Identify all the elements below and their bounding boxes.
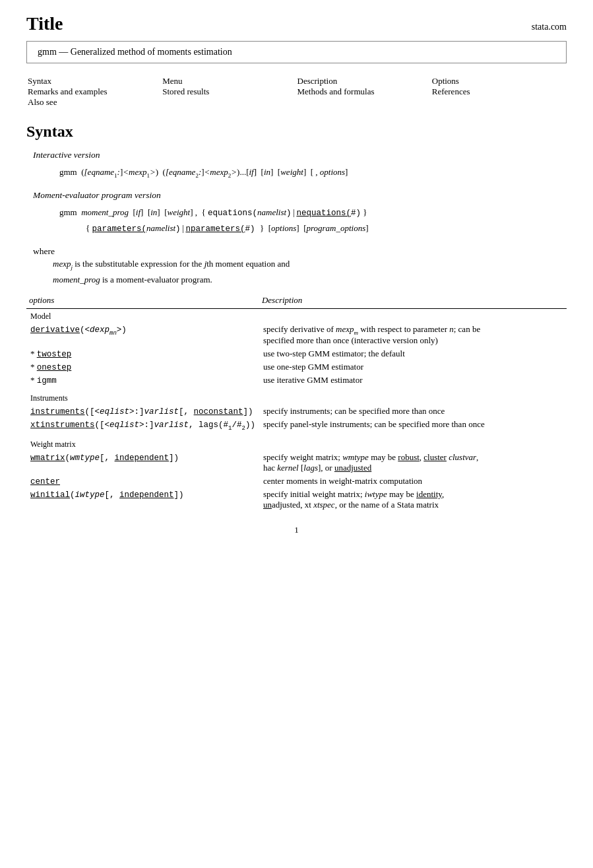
cat-model-label: Model [26, 308, 567, 323]
option-twostep-opt: * twostep [26, 347, 259, 360]
nav-remarks[interactable]: Remarks and examples [28, 86, 161, 97]
option-onestep-opt: * onestep [26, 360, 259, 374]
where-section: where mexpj is the substitutable express… [33, 246, 567, 287]
options-table-header: options Description [26, 294, 567, 309]
nav-stored-results[interactable]: Stored results [162, 86, 296, 97]
option-derivative-opt: derivative(<dexpmn>) [26, 323, 259, 348]
moment-syntax-line1: gmm moment_prog [if] [in] [weight] , { e… [59, 205, 567, 221]
interactive-label: Interactive version [33, 150, 567, 160]
page-number: 1 [26, 525, 567, 535]
option-winitial: winitial(iwtype[, independent]) specify … [26, 488, 567, 512]
page-header: Title stata.com [26, 13, 567, 34]
option-instruments-desc: specify instruments; can be specified mo… [259, 405, 567, 418]
col-desc-header: Description [259, 294, 567, 309]
option-instruments: instruments([<eqlist>:]varlist[, noconst… [26, 405, 567, 418]
cat-weight: Weight matrix [26, 433, 567, 451]
option-center-desc: center moments in weight-matrix computat… [259, 475, 567, 488]
nav-description[interactable]: Description [297, 76, 431, 86]
option-winitial-opt: winitial(iwtype[, independent]) [26, 488, 259, 512]
title-box: gmm — Generalized method of moments esti… [26, 41, 567, 63]
option-derivative-desc: specify derivative of mexpm with respect… [259, 323, 567, 348]
option-igmm: * igmm use iterative GMM estimator [26, 374, 567, 387]
nav-also-see[interactable]: Also see [28, 97, 161, 108]
nav-menu[interactable]: Menu [162, 76, 296, 86]
cat-model: Model [26, 308, 567, 323]
option-winitial-desc: specify initial weight matrix; iwtype ma… [259, 488, 567, 512]
option-wmatrix: wmatrix(wmtype[, independent]) specify w… [26, 451, 567, 475]
nav-references[interactable]: References [432, 86, 565, 97]
nav-methods[interactable]: Methods and formulas [297, 86, 431, 97]
option-twostep-desc: use two-step GMM estimator; the default [259, 347, 567, 360]
where-item-1: mexpj is the substitutable expression fo… [53, 257, 567, 273]
option-derivative: derivative(<dexpmn>) specify derivative … [26, 323, 567, 348]
options-table: options Description Model derivative(<de… [26, 294, 567, 512]
option-igmm-desc: use iterative GMM estimator [259, 374, 567, 387]
interactive-syntax-line: gmm ([eqname1:]<mexp1>) ([eqname2:]<mexp… [59, 164, 567, 181]
option-wmatrix-desc: specify weight matrix; wmtype may be rob… [259, 451, 567, 475]
option-onestep: * onestep use one-step GMM estimator [26, 360, 567, 374]
cat-instruments: Instruments [26, 387, 567, 405]
col-options-header: options [26, 294, 259, 309]
option-igmm-opt: * igmm [26, 374, 259, 387]
option-onestep-desc: use one-step GMM estimator [259, 360, 567, 374]
nav-options[interactable]: Options [432, 76, 565, 86]
stata-site: stata.com [532, 22, 567, 32]
option-instruments-opt: instruments([<eqlist>:]varlist[, noconst… [26, 405, 259, 418]
where-item-2: moment_prog is a moment-evaluator progra… [53, 273, 567, 287]
option-center-opt: center [26, 475, 259, 488]
moment-label: Moment-evaluator program version [33, 190, 567, 201]
option-xtinstruments: xtinstruments([<eqlist>:]varlist, lags(#… [26, 418, 567, 433]
nav-col-4: Options References [432, 75, 565, 108]
nav-table: Syntax Remarks and examples Also see Men… [26, 74, 567, 110]
option-twostep: * twostep use two-step GMM estimator; th… [26, 347, 567, 360]
cat-weight-label: Weight matrix [26, 433, 567, 451]
nav-syntax[interactable]: Syntax [28, 76, 161, 86]
interactive-syntax: gmm ([eqname1:]<mexp1>) ([eqname2:]<mexp… [46, 164, 567, 181]
moment-syntax-line2: { parameters(namelist) | nparameters(#) … [86, 220, 567, 237]
where-label: where [33, 246, 567, 257]
option-wmatrix-opt: wmatrix(wmtype[, independent]) [26, 451, 259, 475]
nav-col-2: Menu Stored results [162, 75, 296, 108]
option-center: center center moments in weight-matrix c… [26, 475, 567, 488]
option-xtinstruments-opt: xtinstruments([<eqlist>:]varlist, lags(#… [26, 418, 259, 433]
option-xtinstruments-desc: specify panel-style instruments; can be … [259, 418, 567, 433]
moment-syntax: gmm moment_prog [if] [in] [weight] , { e… [46, 205, 567, 237]
cat-instruments-label: Instruments [26, 387, 567, 405]
syntax-section-title: Syntax [26, 123, 567, 141]
title-box-text: gmm — Generalized method of moments esti… [38, 47, 232, 57]
nav-col-3: Description Methods and formulas [297, 75, 431, 108]
nav-col-1: Syntax Remarks and examples Also see [28, 75, 161, 108]
page-title: Title [26, 13, 63, 34]
